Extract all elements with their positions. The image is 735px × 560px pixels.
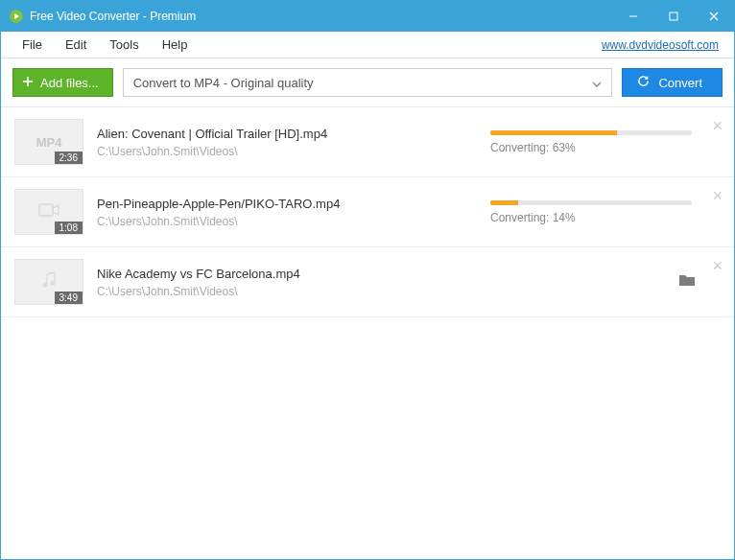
file-row: 3:49 Nike Academy vs FC Barcelona.mp4 C:… — [1, 247, 734, 317]
progress-status: Converting: 14% — [490, 211, 721, 224]
menu-help[interactable]: Help — [151, 35, 200, 55]
progress-area: Converting: 63% — [490, 130, 721, 154]
file-path: C:\Users\John.Smit\Videos\ — [97, 215, 477, 228]
thumbnail-format-label: MP4 — [36, 135, 62, 150]
titlebar: Free Video Converter - Premium — [1, 1, 734, 32]
file-info: Nike Academy vs FC Barcelona.mp4 C:\User… — [97, 267, 421, 298]
convert-button[interactable]: Convert — [622, 68, 723, 97]
minimize-button[interactable] — [613, 1, 653, 32]
convert-label: Convert — [658, 76, 702, 90]
add-files-label: Add files... — [40, 76, 99, 90]
progress-bar — [490, 200, 692, 205]
chevron-down-icon — [592, 76, 602, 90]
toolbar: Add files... Convert to MP4 - Original q… — [1, 58, 734, 107]
menu-edit[interactable]: Edit — [54, 35, 98, 55]
close-button[interactable] — [694, 1, 734, 32]
duration-badge: 1:08 — [55, 222, 83, 234]
progress-bar — [490, 130, 692, 135]
window-title: Free Video Converter - Premium — [30, 10, 613, 23]
add-files-button[interactable]: Add files... — [12, 68, 113, 97]
progress-fill — [490, 200, 518, 205]
open-folder-button[interactable] — [678, 273, 696, 291]
file-path: C:\Users\John.Smit\Videos\ — [97, 285, 421, 298]
menu-file[interactable]: File — [11, 35, 54, 55]
thumbnail: 1:08 — [14, 189, 83, 235]
format-dropdown[interactable]: Convert to MP4 - Original quality — [123, 68, 613, 97]
menu-tools[interactable]: Tools — [98, 35, 150, 55]
file-name: Alien: Covenant | Official Trailer [HD].… — [97, 127, 477, 141]
progress-area: Converting: 14% — [490, 200, 721, 224]
plus-icon — [21, 75, 35, 91]
video-icon — [38, 202, 59, 222]
remove-file-button[interactable]: × — [712, 257, 723, 274]
svg-rect-3 — [670, 12, 677, 20]
svg-marker-10 — [53, 205, 59, 215]
duration-badge: 2:36 — [55, 152, 83, 164]
file-name: Pen-Pineapple-Apple-Pen/PIKO-TARO.mp4 — [97, 197, 477, 211]
menubar: File Edit Tools Help www.dvdvideosoft.co… — [1, 32, 734, 58]
file-list: MP4 2:36 Alien: Covenant | Official Trai… — [1, 107, 734, 317]
remove-file-button[interactable]: × — [712, 187, 723, 204]
svg-rect-9 — [39, 204, 53, 216]
format-selected-label: Convert to MP4 - Original quality — [133, 76, 314, 90]
file-path: C:\Users\John.Smit\Videos\ — [97, 145, 477, 158]
progress-status: Converting: 63% — [490, 141, 721, 154]
file-name: Nike Academy vs FC Barcelona.mp4 — [97, 267, 421, 281]
app-icon — [9, 9, 24, 24]
remove-file-button[interactable]: × — [712, 117, 723, 134]
thumbnail: MP4 2:36 — [14, 119, 83, 165]
file-row: MP4 2:36 Alien: Covenant | Official Trai… — [1, 107, 734, 177]
file-row: 1:08 Pen-Pineapple-Apple-Pen/PIKO-TARO.m… — [1, 177, 734, 247]
svg-point-12 — [51, 281, 56, 286]
refresh-icon — [636, 74, 651, 91]
website-link[interactable]: www.dvdvideosoft.com — [602, 38, 724, 52]
file-info: Alien: Covenant | Official Trailer [HD].… — [97, 127, 477, 158]
duration-badge: 3:49 — [55, 292, 83, 304]
window-controls — [613, 1, 734, 32]
maximize-button[interactable] — [653, 1, 694, 32]
progress-fill — [490, 130, 617, 135]
music-icon — [41, 271, 57, 292]
thumbnail: 3:49 — [14, 259, 83, 305]
file-info: Pen-Pineapple-Apple-Pen/PIKO-TARO.mp4 C:… — [97, 197, 477, 228]
